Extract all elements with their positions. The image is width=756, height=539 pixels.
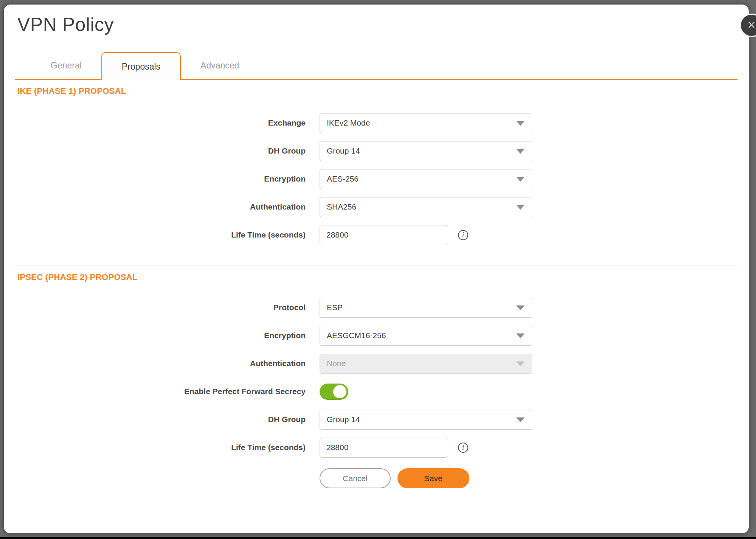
toggle-knob-icon — [333, 385, 346, 398]
close-icon: × — [747, 18, 755, 32]
ike-encryption-value: AES-256 — [327, 174, 359, 183]
protocol-row: Protocol ESP — [15, 294, 737, 322]
exchange-value: IKEv2 Mode — [327, 118, 370, 127]
ipsec-section-heading: IPSEC (PHASE 2) PROPOSAL — [17, 272, 737, 282]
protocol-label: Protocol — [15, 303, 306, 312]
tab-proposals[interactable]: Proposals — [101, 52, 181, 80]
info-icon[interactable]: i — [458, 230, 468, 240]
ike-authentication-label: Authentication — [15, 202, 306, 211]
ipsec-dh-group-row: DH Group Group 14 — [15, 405, 737, 433]
ipsec-life-time-input[interactable] — [320, 438, 448, 458]
ike-dh-group-value: Group 14 — [327, 146, 360, 155]
ike-encryption-select[interactable]: AES-256 — [320, 169, 532, 189]
pfs-toggle[interactable] — [320, 384, 348, 400]
exchange-row: Exchange IKEv2 Mode — [15, 109, 737, 137]
chevron-down-icon — [516, 149, 525, 154]
ipsec-form: Protocol ESP Encryption AESGCM16-256 Aut… — [15, 294, 737, 461]
chevron-down-icon — [516, 177, 525, 182]
ike-dh-group-label: DH Group — [15, 146, 306, 155]
section-divider — [15, 266, 737, 266]
ipsec-encryption-select[interactable]: AESGCM16-256 — [320, 326, 532, 346]
ike-authentication-value: SHA256 — [327, 202, 356, 211]
dialog-footer: Cancel Save — [320, 468, 737, 488]
chevron-down-icon — [516, 205, 525, 210]
ipsec-encryption-row: Encryption AESGCM16-256 — [15, 322, 737, 349]
ipsec-dh-group-select[interactable]: Group 14 — [320, 410, 532, 430]
protocol-select[interactable]: ESP — [320, 298, 532, 318]
chevron-down-icon — [516, 121, 525, 126]
info-icon[interactable]: i — [458, 443, 468, 453]
info-icon-glyph: i — [462, 231, 464, 239]
ike-life-time-row: Life Time (seconds) i — [15, 221, 737, 249]
ike-life-time-label: Life Time (seconds) — [15, 230, 306, 239]
vpn-policy-dialog: × VPN Policy General Proposals Advanced … — [4, 5, 749, 533]
ipsec-dh-group-value: Group 14 — [327, 415, 360, 424]
ipsec-encryption-label: Encryption — [15, 331, 306, 340]
cancel-button[interactable]: Cancel — [320, 468, 391, 488]
ike-life-time-input[interactable] — [320, 225, 448, 245]
ike-authentication-row: Authentication SHA256 — [15, 193, 737, 221]
ike-form: Exchange IKEv2 Mode DH Group Group 14 En… — [15, 109, 737, 249]
ipsec-encryption-value: AESGCM16-256 — [327, 331, 386, 340]
pfs-label: Enable Perfect Forward Secrecy — [15, 387, 306, 396]
tab-general[interactable]: General — [31, 52, 101, 79]
ike-dh-group-row: DH Group Group 14 — [15, 137, 737, 165]
ike-encryption-row: Encryption AES-256 — [15, 165, 737, 193]
page-title: VPN Policy — [17, 14, 737, 36]
ike-encryption-label: Encryption — [15, 174, 306, 183]
close-button[interactable]: × — [740, 14, 756, 37]
info-icon-glyph: i — [462, 444, 464, 452]
ipsec-dh-group-label: DH Group — [15, 415, 306, 424]
exchange-select[interactable]: IKEv2 Mode — [320, 113, 532, 133]
ike-section-heading: IKE (PHASE 1) PROPOSAL — [17, 86, 737, 96]
chevron-down-icon — [516, 306, 525, 311]
chevron-down-icon — [516, 362, 525, 367]
ipsec-life-time-label: Life Time (seconds) — [15, 443, 306, 452]
tab-bar: General Proposals Advanced — [15, 52, 737, 80]
protocol-value: ESP — [327, 303, 343, 312]
ipsec-authentication-value: None — [327, 359, 346, 368]
exchange-label: Exchange — [15, 118, 306, 127]
ipsec-authentication-select: None — [320, 354, 532, 374]
ipsec-life-time-row: Life Time (seconds) i — [15, 433, 737, 461]
ipsec-authentication-row: Authentication None — [15, 349, 737, 377]
ike-authentication-select[interactable]: SHA256 — [320, 197, 532, 217]
save-button[interactable]: Save — [397, 468, 469, 488]
ipsec-authentication-label: Authentication — [15, 359, 306, 368]
chevron-down-icon — [516, 418, 525, 423]
tab-advanced[interactable]: Advanced — [181, 52, 259, 79]
ike-dh-group-select[interactable]: Group 14 — [320, 141, 532, 161]
chevron-down-icon — [516, 334, 525, 339]
pfs-row: Enable Perfect Forward Secrecy — [15, 377, 737, 405]
